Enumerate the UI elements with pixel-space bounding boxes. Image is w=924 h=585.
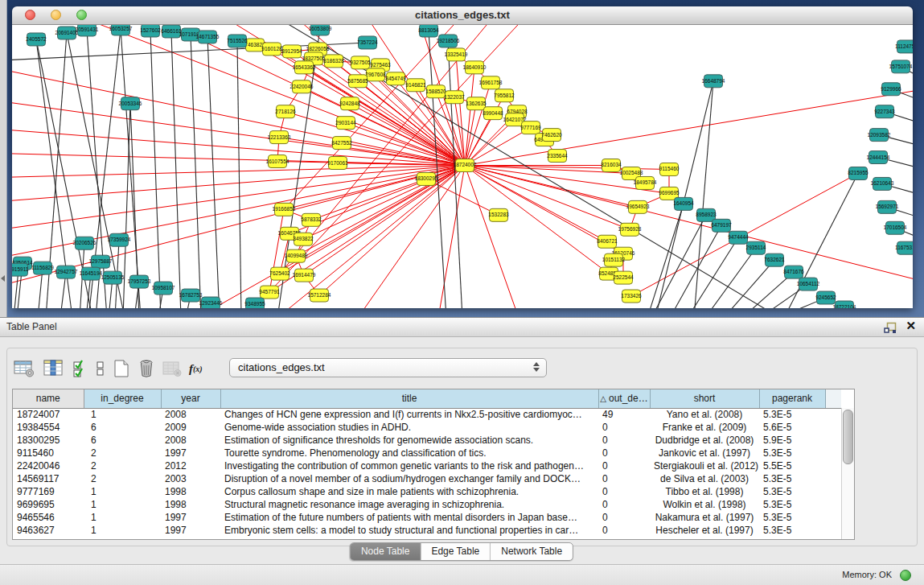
graph-node[interactable]: 9245652	[815, 291, 836, 304]
graph-node[interactable]: 15751074	[889, 60, 913, 73]
graph-node[interactable]: 1532283	[488, 208, 509, 221]
graph-node[interactable]: 3493822	[293, 233, 314, 245]
table-row[interactable]: 1872400712008Changes of HCN gene express…	[13, 408, 841, 421]
graph-node[interactable]: 8427552	[331, 137, 352, 150]
tab-edge-table[interactable]: Edge Table	[421, 543, 491, 560]
red-edge[interactable]	[465, 166, 607, 242]
table-row[interactable]: 969969511998Structural magnetic resonanc…	[13, 498, 841, 511]
graph-node[interactable]: 19218506	[437, 35, 460, 47]
graph-node[interactable]: 10654112	[797, 278, 820, 290]
table-cell[interactable]: 0	[598, 511, 650, 524]
graph-node[interactable]: 9115460	[659, 163, 680, 176]
graph-node[interactable]: 18722104	[833, 301, 856, 308]
table-cell[interactable]: Changes of HCN gene expression and I(f) …	[220, 408, 598, 421]
table-row[interactable]: 977716911998Corpus callosum shape and si…	[13, 485, 841, 498]
black-edge[interactable]	[191, 35, 201, 308]
red-edge[interactable]	[358, 166, 465, 308]
black-edge[interactable]	[207, 37, 220, 308]
table-cell[interactable]: 5.3E-5	[759, 408, 825, 421]
black-edge[interactable]	[273, 25, 780, 308]
graph-node[interactable]: 19756928	[618, 223, 642, 236]
graph-node[interactable]: 8186328	[323, 55, 344, 68]
table-cell[interactable]: Wolkin et al. (1998)	[650, 498, 759, 511]
table-cell[interactable]: Investigating the contribution of common…	[220, 459, 598, 472]
window-zoom-button[interactable]	[76, 10, 87, 20]
show-columns-icon[interactable]	[43, 359, 65, 378]
graph-node[interactable]: 22420046	[290, 80, 314, 93]
table-cell[interactable]: 0	[598, 485, 650, 498]
red-edge[interactable]	[454, 97, 465, 166]
graph-node[interactable]: 20206526	[73, 237, 97, 249]
close-panel-icon[interactable]: ✕	[906, 319, 916, 333]
table-cell[interactable]: 5.3E-5	[759, 447, 825, 459]
graph-node[interactable]: 16107554	[266, 155, 290, 168]
graph-node[interactable]: 2935114	[746, 241, 766, 254]
table-cell[interactable]: Dudbridge et al. (2008)	[650, 434, 759, 447]
graph-node[interactable]: 2405572	[26, 33, 47, 46]
node-table[interactable]: namein_degreeyeartitle△out_de…shortpager…	[12, 389, 855, 540]
graph-node[interactable]: 9242848	[339, 97, 360, 110]
table-cell[interactable]: 5.6E-5	[759, 421, 825, 434]
graph-node[interactable]: 2903144	[335, 117, 356, 130]
graph-node[interactable]: 7625402	[269, 267, 290, 280]
network-window-titlebar[interactable]: citations_edges.txt	[12, 6, 913, 25]
graph-node[interactable]: 12444154	[867, 151, 890, 164]
table-cell[interactable]: Structural magnetic resonance image aver…	[220, 498, 598, 511]
graph-node[interactable]: 2967608	[365, 68, 386, 81]
table-cell[interactable]: 1	[84, 498, 161, 511]
float-panel-icon[interactable]	[884, 322, 897, 337]
table-cell[interactable]: 2009	[161, 421, 220, 434]
table-cell[interactable]: 2008	[161, 408, 220, 421]
table-cell[interactable]: 2008	[161, 434, 220, 447]
column-header-title[interactable]: title	[220, 389, 598, 408]
graph-node[interactable]: 16914479	[293, 269, 316, 282]
graph-node[interactable]: 16961758	[479, 76, 503, 89]
graph-node[interactable]: 16648794	[702, 75, 725, 88]
graph-node[interactable]: 8990448	[483, 107, 503, 120]
table-cell[interactable]: 9465546	[13, 511, 84, 524]
table-cell[interactable]: 5.3E-5	[759, 511, 825, 524]
clear-row-selection-icon[interactable]	[96, 359, 105, 378]
select-all-rows-icon[interactable]	[72, 359, 88, 378]
graph-node[interactable]: 18724007	[454, 159, 477, 172]
graph-node[interactable]: 12975887	[89, 255, 113, 268]
table-header-row[interactable]: namein_degreeyeartitle△out_de…shortpager…	[13, 389, 841, 408]
graph-node[interactable]: 1640954	[673, 197, 694, 210]
graph-node[interactable]: 18640910	[463, 61, 487, 74]
table-cell[interactable]: 0	[598, 447, 650, 459]
black-edge[interactable]	[171, 31, 181, 308]
table-cell[interactable]: 5.9E-5	[759, 434, 825, 447]
graph-node[interactable]: 12093582	[868, 129, 891, 142]
black-edge[interactable]	[121, 29, 141, 308]
column-header-year[interactable]: year	[161, 389, 220, 408]
graph-node[interactable]: 16053257	[109, 25, 133, 35]
graph-node[interactable]: 7357224	[357, 36, 378, 49]
graph-node[interactable]: 8454749	[385, 72, 406, 85]
graph-node[interactable]: 12505135	[101, 271, 125, 284]
graph-node[interactable]: 15712284	[308, 289, 331, 302]
window-minimize-button[interactable]	[51, 10, 61, 20]
table-cell[interactable]: 1997	[161, 524, 220, 537]
table-cell[interactable]: 1998	[161, 498, 220, 511]
table-cell[interactable]: Tourette syndrome. Phenomenology and cla…	[220, 447, 598, 459]
table-cell[interactable]: 5.3E-5	[759, 498, 825, 511]
table-cell[interactable]: 9777169	[13, 485, 84, 498]
table-cell[interactable]: Nakamura et al. (1997)	[650, 511, 759, 524]
graph-node[interactable]: 11675311	[895, 241, 913, 254]
column-header-pagerank[interactable]: pagerank	[759, 389, 825, 408]
red-edge[interactable]	[465, 166, 519, 308]
table-cell[interactable]: 0	[598, 434, 650, 447]
table-cell[interactable]: 1	[84, 485, 161, 498]
table-cell[interactable]: 1997	[161, 447, 220, 459]
table-cell[interactable]: Stergiakouli et al. (2012)	[650, 459, 759, 472]
graph-node[interactable]: 14099489	[285, 249, 308, 262]
table-row[interactable]: 911546021997Tourette syndrome. Phenomeno…	[13, 447, 841, 459]
graph-node[interactable]: 9129966	[881, 83, 901, 96]
graph-node[interactable]: 19654923	[626, 200, 650, 213]
graph-node[interactable]: 8406721	[597, 235, 618, 248]
table-cell[interactable]: 1	[84, 408, 161, 421]
graph-node[interactable]: 9160128	[261, 43, 282, 56]
graph-node[interactable]: 12942757	[55, 266, 78, 278]
graph-node[interactable]: 14671355	[196, 31, 220, 43]
table-cell[interactable]: 0	[598, 498, 650, 511]
